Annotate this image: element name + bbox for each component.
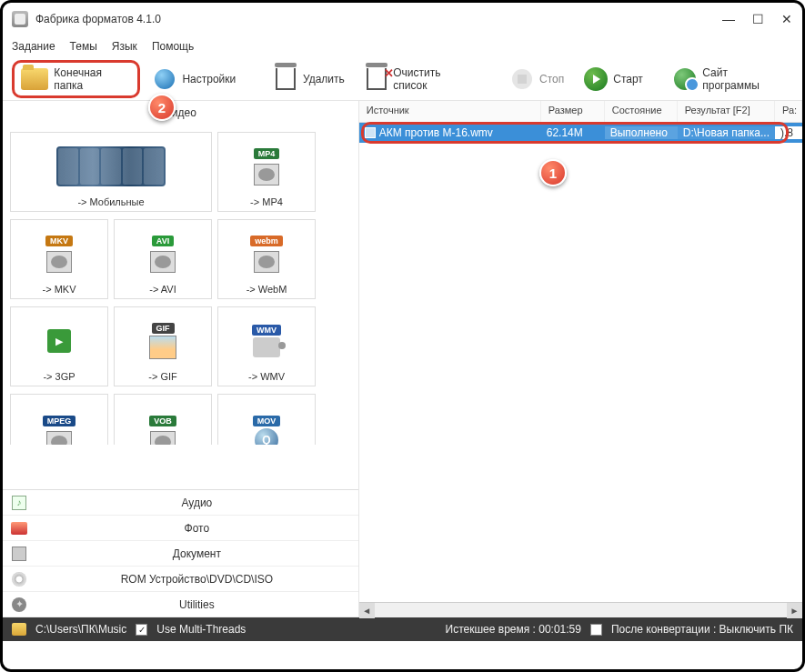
row-state: Выполнено xyxy=(605,126,678,139)
stop-icon xyxy=(512,69,532,89)
format-mobile[interactable]: -> Мобильные xyxy=(10,132,212,212)
callout-one: 1 xyxy=(539,159,567,186)
category-photo[interactable]: Фото xyxy=(3,516,358,541)
format-mp4-label: -> MP4 xyxy=(250,196,283,207)
category-photo-label: Фото xyxy=(35,522,358,535)
toolbar: Конечная папка Настройки Удалить Очистит… xyxy=(3,57,802,101)
mobile-devices-icon xyxy=(56,146,166,186)
play-icon xyxy=(584,67,608,91)
horizontal-scrollbar[interactable]: ◄ ► xyxy=(359,602,802,617)
stop-button[interactable]: Стоп xyxy=(503,64,571,95)
menu-themes[interactable]: Темы xyxy=(70,40,97,53)
format-mkv[interactable]: MKV -> MKV xyxy=(10,219,108,299)
mkv-badge: MKV xyxy=(45,236,73,246)
mp4-badge: MP4 xyxy=(254,148,280,159)
format-3gp[interactable]: -> 3GP xyxy=(10,306,108,386)
output-folder-button[interactable]: Конечная папка xyxy=(12,60,140,98)
film-icon xyxy=(46,251,72,273)
gear-icon xyxy=(12,597,26,612)
film-icon xyxy=(46,431,72,446)
delete-button[interactable]: Удалить xyxy=(267,64,352,95)
picture-icon xyxy=(149,336,176,359)
format-mov[interactable]: MOV xyxy=(217,394,316,445)
trash-icon xyxy=(276,68,296,90)
category-audio[interactable]: ♪ Аудио xyxy=(3,490,358,516)
callout-two: 2 xyxy=(148,94,176,121)
format-mp4[interactable]: MP4 -> MP4 xyxy=(217,132,316,212)
col-result[interactable]: Результат [F2] xyxy=(678,101,775,122)
start-button[interactable]: Старт xyxy=(577,64,650,95)
format-gif[interactable]: GIF -> GIF xyxy=(114,306,212,386)
col-extra[interactable]: Ра: xyxy=(775,101,802,122)
category-rom[interactable]: ROM Устройство\DVD\CD\ISO xyxy=(3,567,358,592)
col-source[interactable]: Источник xyxy=(359,101,541,122)
output-folder-label: Конечная папка xyxy=(54,66,132,92)
menu-task[interactable]: Задание xyxy=(12,40,55,53)
format-mobile-label: -> Мобильные xyxy=(77,196,144,207)
right-pane: Источник Размер Состояние Результат [F2]… xyxy=(359,101,802,617)
format-mkv-label: -> MKV xyxy=(43,284,76,295)
clear-label: Очистить список xyxy=(393,66,476,92)
webm-badge: webm xyxy=(250,236,283,246)
category-document-label: Документ xyxy=(35,547,358,560)
site-label: Сайт программы xyxy=(702,66,786,92)
window-title: Фабрика форматов 4.1.0 xyxy=(35,13,722,25)
delete-label: Удалить xyxy=(303,73,345,85)
row-size: 62.14M xyxy=(541,126,605,139)
settings-button[interactable]: Настройки xyxy=(146,64,243,95)
category-utilities[interactable]: Utilities xyxy=(3,592,358,617)
row-source: АКМ против М-16.wmv xyxy=(379,126,493,139)
format-avi[interactable]: AVI -> AVI xyxy=(114,219,212,299)
format-avi-label: -> AVI xyxy=(149,284,176,295)
row-result: D:\Новая папка... xyxy=(678,126,775,139)
stop-label: Стоп xyxy=(539,73,564,85)
window-controls: — ☐ ✕ xyxy=(722,13,793,25)
maximize-button[interactable]: ☐ xyxy=(751,13,764,25)
format-wmv-label: -> WMV xyxy=(248,371,285,382)
menu-help[interactable]: Помощь xyxy=(152,40,194,53)
globe-icon xyxy=(674,68,696,90)
clear-list-button[interactable]: Очистить список xyxy=(357,63,483,95)
category-document[interactable]: Документ xyxy=(3,541,358,567)
start-label: Старт xyxy=(613,73,643,85)
col-size[interactable]: Размер xyxy=(541,101,605,122)
settings-label: Настройки xyxy=(182,73,236,85)
settings-icon xyxy=(155,69,175,89)
format-vob[interactable]: VOB xyxy=(114,394,212,445)
scroll-left-arrow[interactable]: ◄ xyxy=(359,603,375,618)
format-mpeg[interactable]: MPEG xyxy=(10,394,108,445)
close-button[interactable]: ✕ xyxy=(780,13,793,25)
category-utilities-label: Utilities xyxy=(35,598,358,611)
folder-icon xyxy=(21,68,48,90)
multithread-checkbox[interactable]: ✓ xyxy=(136,624,147,636)
table-row[interactable]: АКМ против М-16.wmv 62.14M Выполнено D:\… xyxy=(359,123,802,143)
elapsed-time: Истекшее время : 00:01:59 xyxy=(446,623,581,636)
format-webm[interactable]: webm -> WebM xyxy=(217,219,316,299)
statusbar: C:\Users\ПК\Music ✓ Use Multi-Threads Ис… xyxy=(3,617,802,641)
category-audio-label: Аудио xyxy=(35,496,358,509)
music-note-icon: ♪ xyxy=(12,496,26,510)
trash-x-icon xyxy=(367,68,387,90)
vob-badge: VOB xyxy=(149,416,176,426)
scroll-right-arrow[interactable]: ► xyxy=(787,603,802,618)
minimize-button[interactable]: — xyxy=(722,13,735,25)
mpeg-badge: MPEG xyxy=(43,416,76,426)
list-body: АКМ против М-16.wmv 62.14M Выполнено D:\… xyxy=(359,123,802,617)
status-path: C:\Users\ПК\Music xyxy=(35,623,126,636)
site-button[interactable]: Сайт программы xyxy=(667,63,793,95)
menubar: Задание Темы Язык Помощь xyxy=(3,35,802,57)
disc-icon xyxy=(12,572,26,587)
film-icon xyxy=(254,251,279,273)
after-convert-checkbox[interactable] xyxy=(590,624,602,636)
camcorder-icon xyxy=(253,337,280,357)
titlebar: Фабрика форматов 4.1.0 — ☐ ✕ xyxy=(3,3,802,35)
film-icon xyxy=(150,251,176,273)
formats-grid: -> Мобильные MP4 -> MP4 MKV -> MKV AVI -… xyxy=(3,125,358,489)
folder-icon[interactable] xyxy=(12,623,26,636)
menu-lang[interactable]: Язык xyxy=(112,40,137,53)
col-state[interactable]: Состояние xyxy=(605,101,678,122)
category-list: ♪ Аудио Фото Документ ROM Устройство\DVD… xyxy=(3,489,358,617)
format-wmv[interactable]: WMV -> WMV xyxy=(217,306,316,386)
photo-icon xyxy=(11,522,27,535)
multithread-label: Use Multi-Threads xyxy=(156,623,246,636)
